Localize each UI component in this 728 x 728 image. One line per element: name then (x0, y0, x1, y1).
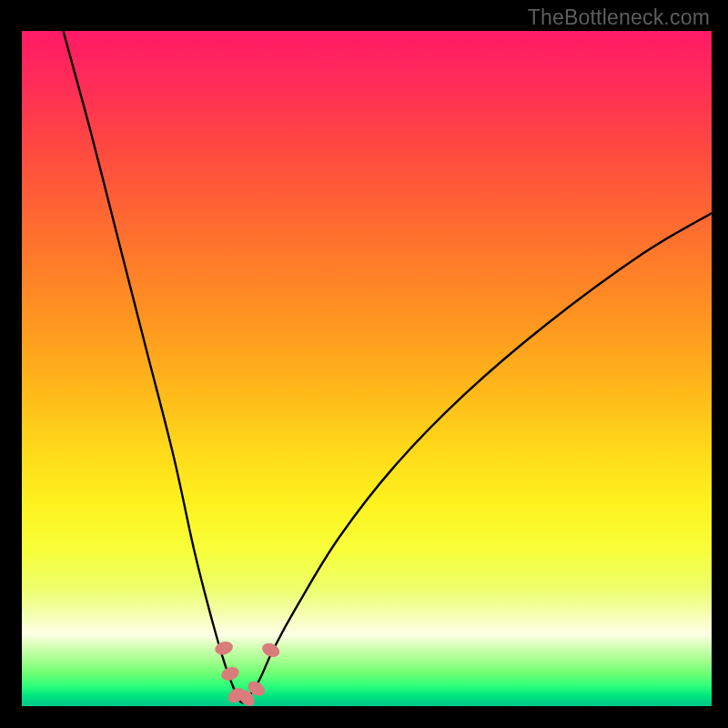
chart-frame: TheBottleneck.com (0, 0, 728, 728)
plot-area (22, 31, 712, 706)
bottleneck-curve-path (63, 31, 712, 703)
curve-layer (22, 31, 712, 706)
trough-markers (214, 640, 282, 706)
bottleneck-curve (63, 31, 712, 703)
dot-left-mid (219, 664, 241, 682)
dot-left-upper (214, 640, 235, 657)
watermark-text: TheBottleneck.com (528, 5, 710, 30)
